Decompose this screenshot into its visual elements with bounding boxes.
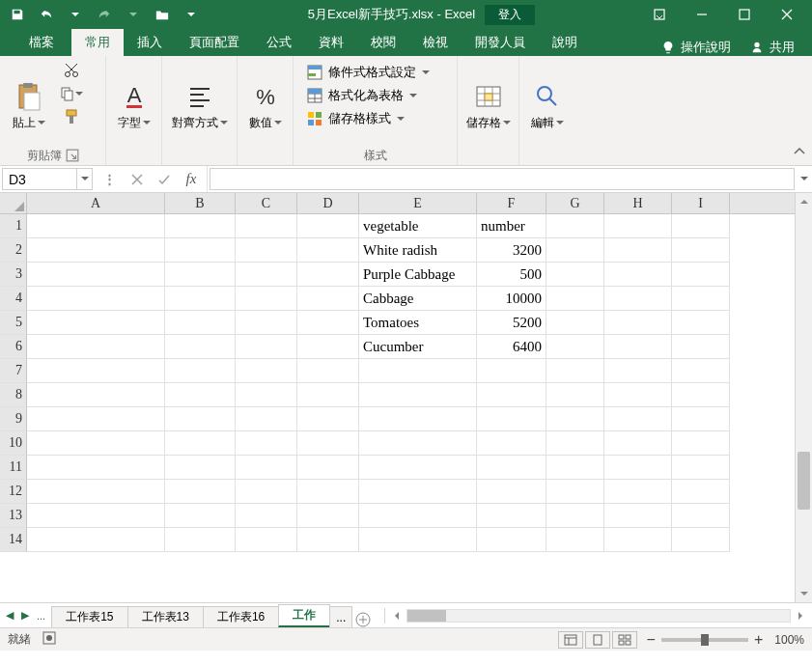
cell[interactable]	[604, 335, 672, 359]
number-button[interactable]: % 數值	[243, 60, 287, 131]
cell[interactable]	[546, 456, 604, 480]
cell[interactable]	[165, 431, 236, 456]
cell[interactable]	[546, 311, 604, 335]
formula-input[interactable]	[210, 168, 795, 190]
row-header[interactable]: 4	[0, 287, 27, 311]
cells-button[interactable]: 儲存格	[463, 60, 513, 131]
cell[interactable]	[477, 456, 546, 480]
tab-view[interactable]: 檢視	[409, 29, 462, 56]
maximize-button[interactable]	[723, 0, 766, 29]
cell[interactable]	[604, 238, 672, 263]
cell[interactable]	[604, 311, 672, 335]
zoom-out[interactable]: −	[647, 631, 656, 649]
next-sheet[interactable]: ▶	[21, 609, 29, 622]
cell[interactable]	[359, 528, 477, 552]
cell[interactable]	[672, 214, 730, 238]
column-header[interactable]: H	[604, 193, 672, 213]
cell[interactable]	[604, 504, 672, 528]
insert-function[interactable]: fx	[180, 169, 203, 190]
cell[interactable]	[165, 528, 236, 552]
cell[interactable]	[165, 359, 236, 383]
cell[interactable]	[546, 407, 604, 431]
cell[interactable]	[604, 407, 672, 431]
zoom-in[interactable]: +	[754, 631, 763, 649]
format-as-table-button[interactable]: 格式化為表格	[303, 85, 434, 106]
cell[interactable]	[359, 407, 477, 431]
cell[interactable]	[604, 359, 672, 383]
cell[interactable]	[604, 528, 672, 552]
clipboard-dialog-launcher[interactable]	[66, 149, 79, 162]
cell[interactable]: 3200	[477, 238, 546, 263]
new-sheet-button[interactable]	[351, 612, 375, 627]
cell[interactable]: 500	[477, 263, 546, 287]
cell[interactable]	[477, 528, 546, 552]
minimize-button[interactable]	[681, 0, 723, 29]
enter-formula[interactable]	[153, 169, 176, 190]
cell[interactable]: Cabbage	[359, 287, 477, 311]
horizontal-scrollbar[interactable]	[384, 608, 812, 623]
macro-record[interactable]	[42, 631, 56, 648]
cell[interactable]	[359, 359, 477, 383]
cell[interactable]	[672, 263, 730, 287]
cell[interactable]	[165, 456, 236, 480]
column-header[interactable]: C	[236, 193, 297, 213]
cell[interactable]	[165, 383, 236, 407]
name-box[interactable]: D3	[2, 168, 93, 190]
cell[interactable]	[672, 480, 730, 504]
column-header[interactable]: G	[546, 193, 604, 213]
cell[interactable]	[236, 238, 297, 263]
row-header[interactable]: 14	[0, 528, 27, 552]
cell[interactable]	[604, 287, 672, 311]
scroll-right[interactable]	[793, 608, 808, 623]
cell-styles-button[interactable]: 儲存格樣式	[303, 108, 434, 129]
cell[interactable]	[359, 431, 477, 456]
close-button[interactable]	[766, 0, 808, 29]
tab-review[interactable]: 校閱	[357, 29, 409, 56]
undo-dropdown[interactable]	[62, 2, 89, 27]
row-header[interactable]: 6	[0, 335, 27, 359]
cell[interactable]	[297, 456, 359, 480]
cell[interactable]	[672, 311, 730, 335]
cell[interactable]	[165, 407, 236, 431]
cell[interactable]	[546, 263, 604, 287]
paste-button[interactable]: 貼上	[6, 60, 52, 131]
row-header[interactable]: 10	[0, 431, 27, 456]
cell[interactable]	[236, 431, 297, 456]
cell[interactable]	[27, 335, 165, 359]
cell[interactable]	[672, 456, 730, 480]
cell[interactable]: 5200	[477, 311, 546, 335]
cell[interactable]	[477, 480, 546, 504]
cell[interactable]	[236, 528, 297, 552]
cell[interactable]	[236, 214, 297, 238]
cell[interactable]	[672, 335, 730, 359]
cell[interactable]	[165, 238, 236, 263]
cell[interactable]	[297, 263, 359, 287]
cell[interactable]: 10000	[477, 287, 546, 311]
all-sheets[interactable]: ...	[37, 610, 45, 622]
qat-customize[interactable]	[178, 2, 205, 27]
cell[interactable]	[236, 480, 297, 504]
cell[interactable]	[546, 238, 604, 263]
row-header[interactable]: 8	[0, 383, 27, 407]
column-header[interactable]: D	[297, 193, 359, 213]
cell[interactable]	[604, 480, 672, 504]
cell[interactable]	[236, 311, 297, 335]
cell[interactable]	[236, 335, 297, 359]
redo-button[interactable]	[91, 2, 118, 27]
save-button[interactable]	[4, 2, 31, 27]
normal-view[interactable]	[558, 631, 583, 649]
cell[interactable]	[477, 431, 546, 456]
sheet-tab-active[interactable]: 工作	[278, 604, 330, 627]
cell[interactable]	[297, 431, 359, 456]
redo-dropdown[interactable]	[120, 2, 147, 27]
tab-insert[interactable]: 插入	[124, 29, 176, 56]
cell[interactable]	[672, 431, 730, 456]
row-header[interactable]: 5	[0, 311, 27, 335]
cell[interactable]	[297, 214, 359, 238]
cell[interactable]	[165, 335, 236, 359]
cell[interactable]	[359, 504, 477, 528]
cell[interactable]	[672, 504, 730, 528]
scroll-thumb[interactable]	[798, 452, 810, 510]
fbar-more[interactable]: ⋮	[98, 169, 122, 190]
row-header[interactable]: 1	[0, 214, 27, 238]
